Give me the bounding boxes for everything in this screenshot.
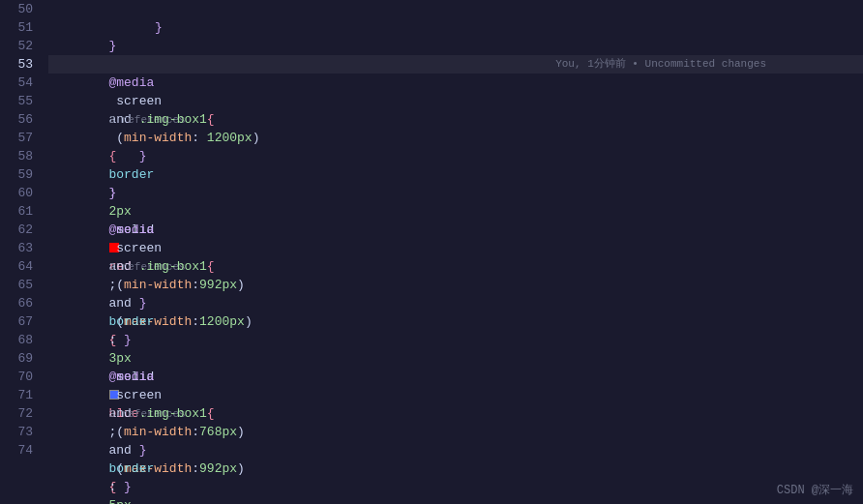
code-content[interactable]: } } @media screen and (min-width: 1200px… [41,0,863,504]
code-editor: 50 51 52 53 54 55 56 57 58 59 60 61 62 6… [0,0,863,504]
code-line-63: .img-box1{ [48,239,863,257]
code-line-67: } [48,312,863,331]
code-line-55: .img-box1{ [48,92,863,110]
ln-56: 56 [0,110,33,129]
ln-63: 63 [0,239,33,257]
ln-69: 69 [0,349,33,368]
ln-70: 70 [0,368,33,386]
code-line-61: @media screen and (min-width:992px) and … [48,202,863,221]
code-line-66 [48,294,863,312]
ln-66: 66 [0,294,33,312]
ln-51: 51 [0,18,33,37]
ln-68: 68 [0,331,33,349]
code-line-76 [48,478,863,496]
code-line-74 [48,441,863,460]
code-line-59: } [48,165,863,184]
ln-74: 74 [0,441,33,460]
ln-64: 64 [0,257,33,276]
ln-61: 61 [0,202,33,221]
code-line-52 [48,37,863,55]
code-area[interactable]: 50 51 52 53 54 55 56 57 58 59 60 61 62 6… [0,0,863,504]
code-line-69: @media screen and (min-width:768px) and … [48,349,863,368]
code-line-73: } [48,423,863,441]
ln-73: 73 [0,423,33,441]
ln-50: 50 [0,0,33,18]
code-line-58 [48,147,863,165]
code-line-57: } [48,129,863,147]
code-line-54: 3 references [48,74,863,92]
ln-62: 62 [0,221,33,239]
code-line-71: .img-box1{ [48,386,863,404]
code-line-64: border : 3px solid blue ; [48,257,863,276]
code-line-62: 3 references [48,221,863,239]
code-line-56: border : 2px solid red ; [48,110,863,129]
ln-52: 52 [0,37,33,55]
code-line-77 [48,496,863,504]
watermark: CSDN @深一海 [777,482,853,498]
ln-53: 53 [0,55,33,74]
ln-54: 54 [0,74,33,92]
ln-57: 57 [0,129,33,147]
ln-58: 58 [0,147,33,165]
ln-55: 55 [0,92,33,110]
ln-71: 71 [0,386,33,404]
code-line-68 [48,331,863,349]
ln-60: 60 [0,184,33,202]
ln-72: 72 [0,404,33,423]
code-line-70: 3 references [48,368,863,386]
code-line-53: @media screen and (min-width: 1200px) { … [48,55,863,74]
code-line-72: border : 5px solid orange ; [48,404,863,423]
code-line-51: } [48,18,863,37]
code-line-75: } [48,460,863,478]
ln-59: 59 [0,165,33,184]
code-line-50: } [48,0,863,18]
git-annotation: You, 1分钟前 • Uncommitted changes [555,55,766,74]
line-numbers: 50 51 52 53 54 55 56 57 58 59 60 61 62 6… [0,0,41,504]
ln-65: 65 [0,276,33,294]
code-line-60 [48,184,863,202]
code-line-65: } [48,276,863,294]
ln-67: 67 [0,312,33,331]
